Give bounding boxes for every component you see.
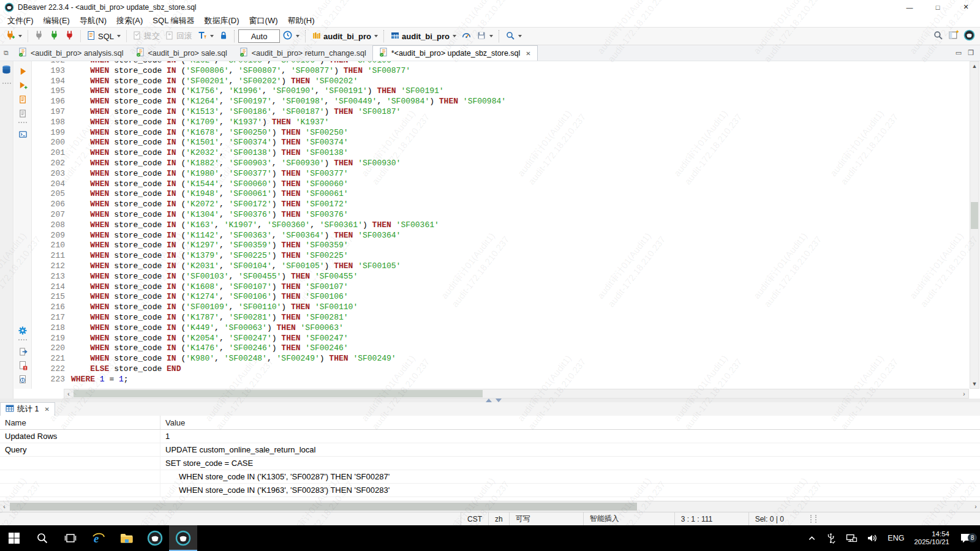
- invalidate-connection-button[interactable]: [62, 29, 77, 43]
- code-line[interactable]: 194 WHEN store_code IN ('SF00201', 'SF00…: [34, 77, 969, 87]
- sql-editor-button[interactable]: SQL: [84, 29, 123, 43]
- menu-item[interactable]: 窗口(W): [244, 14, 283, 28]
- code-line[interactable]: 214 WHEN store_code IN ('K1608', 'SF0010…: [34, 282, 969, 293]
- transaction-mode-button[interactable]: [195, 29, 216, 43]
- result-row[interactable]: WHEN store_code IN ('K1963', 'SF00283') …: [0, 484, 980, 497]
- code-line[interactable]: 211 WHEN store_code IN ('K1379', 'SF0022…: [34, 251, 969, 261]
- code-line[interactable]: 215 WHEN store_code IN ('K1274', 'SF0010…: [34, 292, 969, 302]
- open-perspective-icon[interactable]: [948, 30, 959, 42]
- code-line[interactable]: 213 WHEN store_code IN ('SF00103', 'SF00…: [34, 272, 969, 282]
- result-row[interactable]: Updated Rows1: [0, 430, 980, 443]
- code-line[interactable]: 220 WHEN store_code IN ('K1476', 'SF0024…: [34, 343, 969, 354]
- settings-gear-icon[interactable]: [17, 325, 28, 336]
- code-line[interactable]: 206 WHEN store_code IN ('K2072', 'SF0017…: [34, 200, 969, 210]
- tray-chevron-up-icon[interactable]: [803, 534, 821, 543]
- connection-selector[interactable]: audit_bi_pro: [309, 29, 380, 43]
- tray-clock[interactable]: 14:54 2025/10/21: [909, 530, 954, 547]
- tab-close-icon[interactable]: ✕: [44, 406, 49, 413]
- editor-tab[interactable]: <audit_bi_pro> analysis.sql: [12, 45, 130, 61]
- notification-center-icon[interactable]: 8: [954, 531, 980, 545]
- column-header-value[interactable]: Value: [160, 416, 185, 429]
- menu-item[interactable]: 编辑(E): [39, 14, 75, 28]
- execute-statement-icon[interactable]: [17, 66, 28, 77]
- editor-tab[interactable]: *<audit_bi_pro> update_sbz_store.sql✕: [372, 45, 538, 61]
- export-button[interactable]: [474, 29, 496, 43]
- reconnect-button[interactable]: [47, 29, 62, 43]
- menu-item[interactable]: 搜索(A): [111, 14, 148, 28]
- volume-tray-icon[interactable]: [862, 532, 883, 544]
- commit-button[interactable]: 提交: [130, 29, 162, 43]
- explain-plan-icon[interactable]: [17, 108, 28, 119]
- code-line[interactable]: 193 WHEN store_code IN ('SF00806', 'SF00…: [34, 66, 969, 77]
- maximize-button[interactable]: □: [924, 0, 952, 14]
- code-line[interactable]: 210 WHEN store_code IN ('K1297', 'SF0035…: [34, 241, 969, 251]
- output-warning-icon[interactable]: [17, 360, 28, 371]
- internet-explorer-icon[interactable]: e: [85, 525, 113, 551]
- code-line[interactable]: 216 WHEN store_code IN ('SF00109', 'SF00…: [34, 302, 969, 313]
- quick-search-icon[interactable]: [933, 30, 943, 42]
- menu-item[interactable]: 数据库(D): [200, 14, 244, 28]
- new-connection-button[interactable]: [2, 29, 24, 43]
- code-line[interactable]: 207 WHEN store_code IN ('K1304', 'SF0037…: [34, 210, 969, 220]
- result-row[interactable]: WHEN store_code IN ('K1305', 'SF00287') …: [0, 470, 980, 484]
- autocommit-input[interactable]: [238, 29, 280, 43]
- code-line[interactable]: 218 WHEN store_code IN ('K449', 'SF00063…: [34, 323, 969, 334]
- dbeaver-taskbar-icon-active[interactable]: [169, 525, 197, 551]
- statistics-tab[interactable]: 统计 1 ✕: [0, 402, 55, 416]
- code-line[interactable]: 197 WHEN store_code IN ('K1513', 'SF0018…: [34, 107, 969, 118]
- code-line[interactable]: 205 WHEN store_code IN ('K1948', 'SF0006…: [34, 189, 969, 200]
- sql-console-icon[interactable]: [17, 129, 28, 140]
- language-indicator[interactable]: ENG: [883, 534, 909, 542]
- scroll-left-icon[interactable]: ‹: [64, 389, 73, 398]
- execute-script-icon[interactable]: [17, 94, 28, 105]
- code-line[interactable]: 204 WHEN store_code IN ('K1544', 'SF0006…: [34, 179, 969, 190]
- scroll-right-icon[interactable]: ›: [971, 501, 980, 512]
- code-line[interactable]: 203 WHEN store_code IN ('K1980', 'SF0037…: [34, 169, 969, 179]
- code-line[interactable]: 192 WHEN store_code IN ('K162', 'SF00195…: [34, 61, 969, 66]
- dashboard-button[interactable]: [459, 29, 474, 43]
- code-line[interactable]: 212 WHEN store_code IN ('K2031', 'SF0010…: [34, 261, 969, 272]
- code-line[interactable]: 208 WHEN store_code IN ('K163', 'K1907',…: [34, 220, 969, 231]
- code-line[interactable]: 222 ELSE store_code END: [34, 364, 969, 375]
- code-line[interactable]: 223WHERE 1 = 1;: [34, 375, 969, 385]
- output-info-icon[interactable]: [17, 374, 28, 385]
- scroll-right-icon[interactable]: ›: [960, 389, 968, 398]
- menu-item[interactable]: SQL 编辑器: [148, 14, 199, 28]
- code-line[interactable]: 196 WHEN store_code IN ('K1264', 'SF0019…: [34, 97, 969, 107]
- dbeaver-taskbar-icon[interactable]: [141, 525, 169, 551]
- menu-item[interactable]: 帮助(H): [282, 14, 319, 28]
- code-line[interactable]: 219 WHEN store_code IN ('K2054', 'SF0024…: [34, 334, 969, 344]
- menu-item[interactable]: 导航(N): [75, 14, 111, 28]
- result-row[interactable]: SET store_code = CASE: [0, 457, 980, 470]
- rollback-button[interactable]: 回滚: [162, 29, 195, 43]
- network-tray-icon[interactable]: [841, 532, 862, 544]
- code-line[interactable]: 198 WHEN store_code IN ('K1709', 'K1937'…: [34, 118, 969, 128]
- editor-tab[interactable]: <audit_bi_pro> sale.sql: [130, 45, 233, 61]
- scroll-left-icon[interactable]: ‹: [0, 501, 9, 512]
- code-line[interactable]: 199 WHEN store_code IN ('K1678', 'SF0025…: [34, 128, 969, 138]
- scroll-down-icon[interactable]: ▼: [970, 380, 979, 388]
- column-header-name[interactable]: Name: [0, 416, 160, 429]
- code-line[interactable]: 195 WHEN store_code IN ('K1756', 'K1996'…: [34, 86, 969, 97]
- code-line[interactable]: 201 WHEN store_code IN ('K2032', 'SF0013…: [34, 148, 969, 159]
- code-line[interactable]: 209 WHEN store_code IN ('K1142', 'SF0036…: [34, 231, 969, 241]
- usb-tray-icon[interactable]: [821, 533, 841, 544]
- menu-item[interactable]: 文件(F): [2, 14, 39, 28]
- code-line[interactable]: 200 WHEN store_code IN ('K1501', 'SF0037…: [34, 138, 969, 148]
- close-button[interactable]: ✕: [952, 0, 980, 14]
- minimize-view-icon[interactable]: ▭: [956, 49, 962, 57]
- minimize-button[interactable]: —: [895, 0, 924, 14]
- code-pane[interactable]: 192 WHEN store_code IN ('K162', 'SF00195…: [34, 61, 969, 389]
- database-navigator-icon[interactable]: [1, 64, 12, 78]
- editor-vertical-scrollbar[interactable]: ▲ ▼: [970, 61, 979, 389]
- start-button[interactable]: [0, 525, 28, 551]
- scroll-up-icon[interactable]: ▲: [970, 62, 979, 70]
- transaction-log-button[interactable]: [280, 29, 302, 43]
- editor-area-icon[interactable]: ⧉: [0, 45, 12, 61]
- taskbar-search-icon[interactable]: [28, 525, 56, 551]
- dbeaver-perspective-icon[interactable]: [963, 29, 975, 43]
- database-selector[interactable]: audit_bi_pro: [388, 29, 459, 43]
- results-horizontal-scrollbar[interactable]: ‹ ›: [0, 501, 980, 512]
- task-view-icon[interactable]: [56, 525, 85, 551]
- export-result-icon[interactable]: [17, 346, 28, 357]
